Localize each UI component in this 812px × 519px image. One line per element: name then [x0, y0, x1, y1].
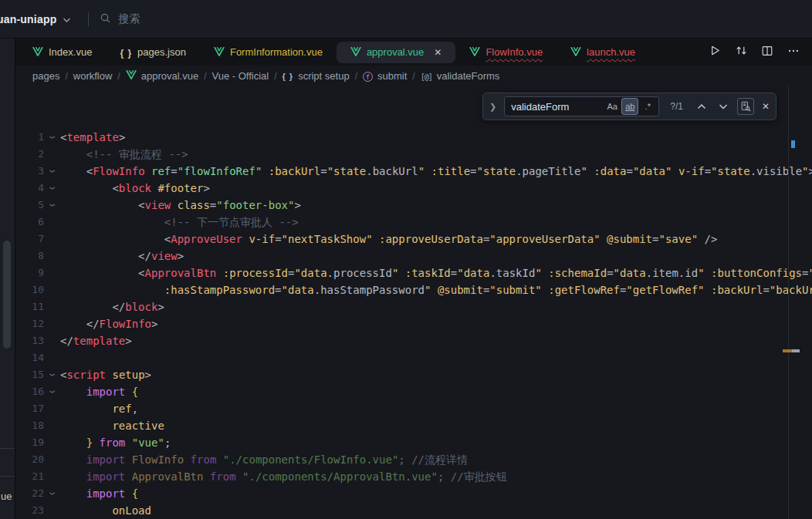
split-editor-button[interactable]: [758, 43, 776, 62]
whole-word-toggle[interactable]: ab: [622, 99, 638, 114]
find-next-button[interactable]: [716, 99, 731, 114]
find-in-selection-button[interactable]: [737, 98, 754, 115]
breadcrumb-label: submit: [377, 70, 407, 82]
code-line[interactable]: 11</block>: [15, 298, 812, 315]
match-case-toggle[interactable]: Aa: [604, 99, 620, 114]
run-button[interactable]: [705, 43, 724, 62]
fold-chevron-icon[interactable]: [44, 366, 60, 383]
code-line[interactable]: 8</view>: [15, 248, 812, 265]
breadcrumb-item-pages[interactable]: pages: [32, 70, 59, 82]
line-number[interactable]: 20: [15, 451, 44, 468]
breadcrumb: pages/workflow/approval.vue/Vue - Offici…: [15, 66, 812, 86]
code-token: FlowInfo: [100, 318, 151, 330]
code-line[interactable]: 17ref,: [15, 400, 812, 417]
code-line[interactable]: 5<view class="footer-box">: [15, 197, 812, 214]
line-number[interactable]: 10: [15, 281, 44, 298]
code-line[interactable]: 18reactive: [15, 417, 812, 434]
code-line[interactable]: 13</template>: [15, 332, 812, 349]
fold-chevron-icon[interactable]: [44, 383, 60, 400]
code-token: >: [203, 182, 209, 194]
line-number[interactable]: 13: [15, 332, 44, 349]
breadcrumb-item-submit[interactable]: fsubmit: [363, 70, 407, 83]
code-line[interactable]: 20import FlowInfo from "./components/Flo…: [15, 451, 812, 468]
line-number[interactable]: 22: [15, 485, 44, 502]
find-input[interactable]: [511, 101, 602, 113]
line-number[interactable]: 19: [15, 434, 44, 451]
breadcrumb-item-vue---official[interactable]: Vue - Official: [211, 70, 269, 82]
code-line[interactable]: 2<!-- 审批流程 -->: [15, 146, 812, 163]
tab-label: launch.vue: [587, 46, 635, 58]
breadcrumb-item-script-setup[interactable]: { }script setup: [283, 70, 350, 82]
code-line[interactable]: 14: [15, 349, 812, 366]
breadcrumb-item-approval.vue[interactable]: approval.vue: [126, 70, 198, 83]
line-number[interactable]: 7: [15, 231, 44, 248]
close-icon[interactable]: ✕: [434, 47, 442, 58]
global-search[interactable]: 搜索: [100, 12, 140, 26]
code-line[interactable]: 1<template>: [15, 129, 812, 146]
fold-chevron-icon[interactable]: [44, 485, 60, 502]
close-icon[interactable]: ✕: [762, 101, 770, 112]
code-token: template: [73, 335, 125, 347]
breadcrumb-item-validateforms[interactable]: [@]validateForms: [421, 70, 500, 82]
line-number[interactable]: 11: [15, 298, 44, 315]
tab-launch.vue[interactable]: launch.vue: [557, 42, 649, 63]
code-line[interactable]: 4<block #footer>: [15, 180, 812, 197]
fold-chevron-icon[interactable]: [44, 180, 60, 197]
code-token: [125, 436, 131, 449]
fold-chevron-icon[interactable]: [44, 197, 60, 214]
toggle-replace-icon[interactable]: ❯: [488, 102, 498, 112]
code-line[interactable]: 15<script setup>: [15, 366, 812, 383]
more-actions-button[interactable]: [784, 43, 803, 62]
fold-chevron-icon[interactable]: [44, 129, 60, 146]
line-number[interactable]: 14: [15, 349, 44, 366]
code-line[interactable]: 22import {: [15, 485, 812, 502]
line-number[interactable]: 23: [15, 502, 44, 519]
line-number[interactable]: 3: [15, 163, 44, 180]
sidebar-scrollbar-thumb[interactable]: [3, 241, 11, 349]
line-number[interactable]: 16: [15, 383, 44, 400]
code-line[interactable]: 12</FlowInfo>: [15, 315, 812, 332]
code-line[interactable]: 6<!-- 下一节点审批人 -->: [15, 214, 812, 231]
line-number[interactable]: 12: [15, 315, 44, 332]
code-token: .backUrl: [366, 165, 418, 177]
regex-toggle[interactable]: .*: [640, 99, 655, 114]
line-number[interactable]: 8: [15, 248, 44, 265]
find-match-count: ?/1: [670, 101, 683, 112]
code-line[interactable]: 9<ApprovalBtn :processId="data.processId…: [15, 265, 812, 281]
tab-FlowInfo.vue[interactable]: FlowInfo.vue: [455, 42, 557, 63]
line-number[interactable]: 18: [15, 417, 44, 434]
line-number[interactable]: 21: [15, 468, 44, 485]
code-token: =: [652, 233, 658, 245]
line-number[interactable]: 1: [15, 129, 44, 146]
code-line-content: :hasStampPassword="data.hasStampPassword…: [60, 281, 812, 298]
code-line[interactable]: 21import ApprovalBtn from "./components/…: [15, 468, 812, 485]
fold-gutter: [44, 349, 60, 366]
editor[interactable]: ❯ Aaab.* ?/1 ✕: [15, 86, 812, 519]
find-toggles: Aaab.*: [604, 99, 655, 114]
tab-pages.json[interactable]: { }pages.json: [106, 42, 200, 63]
fold-chevron-icon[interactable]: [44, 163, 60, 180]
code-token: [398, 267, 404, 279]
code-token: [705, 267, 711, 279]
line-number[interactable]: 5: [15, 197, 44, 214]
code-line[interactable]: 7<ApproveUser v-if="nextTaskShow" :appro…: [15, 231, 812, 248]
open-changes-button[interactable]: [732, 43, 750, 62]
code-line[interactable]: 23onLoad: [15, 502, 812, 519]
line-number[interactable]: 6: [15, 214, 44, 231]
breadcrumb-item-workflow[interactable]: workflow: [73, 70, 113, 82]
line-number[interactable]: 4: [15, 180, 44, 197]
line-number[interactable]: 17: [15, 400, 44, 417]
code-line[interactable]: 3<FlowInfo ref="flowInfoRef" :backUrl="s…: [15, 163, 812, 180]
find-previous-button[interactable]: [694, 99, 709, 114]
line-number[interactable]: 9: [15, 265, 44, 281]
project-switcher[interactable]: uan-uniapp: [0, 12, 71, 26]
line-number[interactable]: 2: [15, 146, 44, 163]
tab-FormInformation.vue[interactable]: FormInformation.vue: [200, 42, 337, 63]
tab-Index.vue[interactable]: Index.vue: [19, 42, 106, 63]
tab-approval.vue[interactable]: approval.vue✕: [337, 42, 456, 63]
code-line[interactable]: 10:hasStampPassword="data.hasStampPasswo…: [15, 281, 812, 298]
code-line[interactable]: 19} from "vue";: [15, 434, 812, 451]
code-token: <: [138, 199, 144, 211]
line-number[interactable]: 15: [15, 366, 44, 383]
code-line[interactable]: 16import {: [15, 383, 812, 400]
